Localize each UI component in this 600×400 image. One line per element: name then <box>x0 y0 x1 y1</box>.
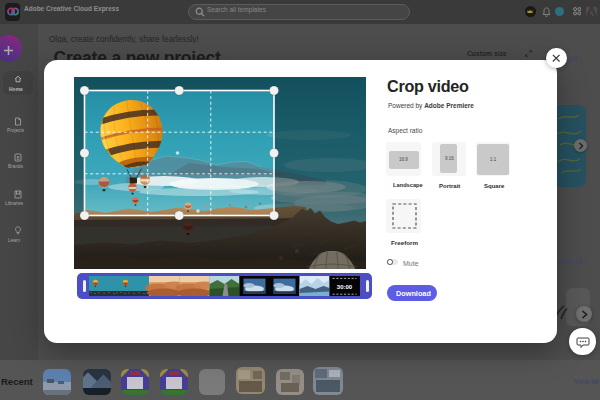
svg-text:30:00: 30:00 <box>337 284 353 290</box>
svg-text:B: B <box>16 156 19 161</box>
